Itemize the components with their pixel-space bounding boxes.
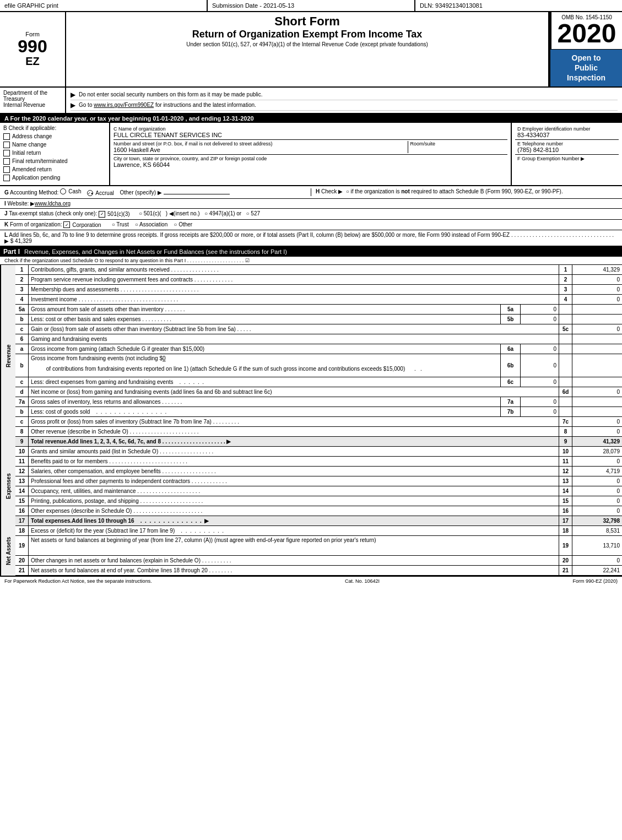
check-area: B Check if applicable: Address change Na… bbox=[0, 123, 622, 186]
row-21-desc: Net assets or fund balances at end of ye… bbox=[29, 566, 559, 575]
row-7b-midval: 0 bbox=[521, 407, 559, 416]
dept-division: Internal Revenue bbox=[3, 102, 62, 108]
tax-501c3-check[interactable]: ✓ bbox=[99, 211, 105, 218]
row-6c-num: c bbox=[15, 377, 29, 387]
check-item-amended: Amended return bbox=[3, 166, 106, 173]
revenue-label: Revenue bbox=[0, 265, 15, 447]
row-3: 3 Membership dues and assessments . . . … bbox=[15, 285, 622, 295]
row-13-amount: 0 bbox=[572, 476, 622, 486]
check-label-initial: Initial return bbox=[12, 150, 41, 156]
net-assets-section: Net Assets 18 Excess or (deficit) for th… bbox=[0, 526, 622, 576]
row-11-amount: 0 bbox=[572, 457, 622, 466]
row-6c-desc: Less: direct expenses from gaming and fu… bbox=[29, 377, 501, 387]
group-exemption-label: F Group Exemption Number ▶ bbox=[517, 156, 616, 161]
row-11-num: 11 bbox=[15, 457, 29, 466]
dln-text: DLN: 93492134013081 bbox=[420, 2, 483, 9]
city-value: Lawrence, KS 66044 bbox=[113, 161, 507, 168]
check-label-address: Address change bbox=[12, 133, 52, 139]
org-name-value: FULL CIRCLE TENANT SERVICES INC bbox=[113, 132, 507, 138]
row-7b-num: b bbox=[15, 407, 29, 416]
checkbox-initial[interactable] bbox=[3, 150, 10, 156]
check-item-pending: Application pending bbox=[3, 175, 106, 181]
accounting-method-block: G Accounting Method: Cash ✓ Accrual Othe… bbox=[4, 188, 311, 197]
phone-label: E Telephone number bbox=[517, 141, 616, 147]
footer-right: Form 990-EZ (2020) bbox=[572, 578, 618, 584]
checkbox-address[interactable] bbox=[3, 133, 10, 140]
revenue-section: Revenue 1 Contributions, gifts, grants, … bbox=[0, 265, 622, 447]
l-row: L Add lines 5b, 6c, and 7b to line 9 to … bbox=[0, 230, 622, 247]
row-13: 13 Professional fees and other payments … bbox=[15, 476, 622, 486]
row-5c-linenum: 5c bbox=[559, 324, 572, 334]
part-i-title-suffix: (see the instructions for Part I) bbox=[206, 248, 287, 255]
short-form-title: Short Form bbox=[71, 14, 544, 29]
row-6: 6 Gaming and fundraising events bbox=[15, 334, 622, 344]
k-label: K Form of organization: bbox=[4, 221, 63, 227]
l-text: L Add lines 5b, 6c, and 7b to line 9 to … bbox=[4, 232, 614, 244]
open-public-block: Open to Public Inspection bbox=[550, 50, 622, 86]
row-4-desc: Investment income . . . . . . . . . . . … bbox=[29, 295, 559, 304]
corp-check[interactable]: ✓ bbox=[63, 221, 70, 228]
row-11-desc: Benefits paid to or for members . . . . … bbox=[29, 457, 559, 466]
g-label: G Accounting Method: bbox=[4, 189, 60, 196]
row-3-linenum: 3 bbox=[559, 285, 572, 294]
row-5b-midval: 0 bbox=[521, 315, 559, 324]
cash-radio[interactable] bbox=[60, 188, 66, 194]
other-value[interactable] bbox=[164, 194, 230, 194]
year-number: 2020 bbox=[558, 20, 616, 47]
checkbox-amended[interactable] bbox=[3, 166, 10, 173]
check-item-address: Address change bbox=[3, 133, 106, 140]
part-i-header: Part I Revenue, Expenses, and Changes in… bbox=[0, 247, 622, 257]
ein-phone-block: D Employer identification number 83-4334… bbox=[512, 123, 622, 185]
row-6d-linenum: 6d bbox=[559, 387, 572, 397]
tax-4947-label: 4947(a)(1) or bbox=[209, 210, 241, 216]
open-line1: Open to bbox=[572, 53, 601, 63]
org-name-row: C Name of organization FULL CIRCLE TENAN… bbox=[113, 125, 507, 140]
accrual-label: Accrual bbox=[95, 190, 113, 196]
row-2-linenum: 2 bbox=[559, 275, 572, 284]
checkbox-pending[interactable] bbox=[3, 175, 10, 181]
row-6c-midval: 0 bbox=[521, 377, 559, 387]
form-ez: EZ bbox=[25, 55, 40, 68]
accrual-radio[interactable]: ✓ bbox=[87, 190, 93, 196]
website-row: I Website: ▶www.ldcha.org bbox=[0, 199, 622, 209]
row-15: 15 Printing, publications, postage, and … bbox=[15, 496, 622, 506]
row-17-total: 17 Total expenses. Add lines 10 through … bbox=[15, 516, 622, 526]
expenses-section: Expenses 10 Grants and similar amounts p… bbox=[0, 447, 622, 526]
checkbox-final[interactable] bbox=[3, 158, 10, 165]
corp-option: ✓ Corporation bbox=[63, 221, 101, 228]
row-7b-amount bbox=[572, 407, 622, 416]
row-5b-desc: Less: cost or other basis and sales expe… bbox=[29, 315, 501, 324]
ein-row: D Employer identification number 83-4334… bbox=[515, 125, 619, 140]
row-8-linenum: 8 bbox=[559, 427, 572, 436]
row-6c-linenum bbox=[559, 377, 572, 387]
row-7a-desc: Gross sales of inventory, less returns a… bbox=[29, 397, 501, 407]
row-5a: 5a Gross amount from sale of assets othe… bbox=[15, 305, 622, 315]
checkbox-name[interactable] bbox=[3, 142, 10, 148]
efile-label: efile GRAPHIC print bbox=[0, 0, 208, 11]
tax-label: J Tax-exempt status (check only one): bbox=[4, 210, 99, 216]
other-label: Other (specify) ▶ bbox=[120, 189, 229, 196]
row-11: 11 Benefits paid to or for members . . .… bbox=[15, 457, 622, 467]
row-5c-desc: Gain or (loss) from sale of assets other… bbox=[29, 324, 559, 334]
part-i-label: Part I bbox=[3, 248, 20, 256]
check-label-amended: Amended return bbox=[12, 166, 52, 172]
row-7a: 7a Gross sales of inventory, less return… bbox=[15, 397, 622, 407]
tax-sep3: ○ bbox=[243, 210, 251, 216]
row-17-amount: 32,798 bbox=[572, 516, 622, 525]
tax-row: J Tax-exempt status (check only one): ✓ … bbox=[0, 209, 622, 220]
row-5a-linenum bbox=[559, 305, 572, 314]
row-17-num: 17 bbox=[15, 516, 29, 525]
row-5c: c Gain or (loss) from sale of assets oth… bbox=[15, 324, 622, 334]
check-label-name: Name change bbox=[12, 142, 46, 148]
row-6a-midlabel: 6a bbox=[501, 344, 521, 354]
check-item-initial: Initial return bbox=[3, 150, 106, 156]
row-18-amount: 8,531 bbox=[572, 526, 622, 535]
instructions-block: ▶ Do not enter social security numbers o… bbox=[66, 88, 622, 113]
row-6-amount bbox=[572, 334, 622, 344]
row-5a-desc: Gross amount from sale of assets other t… bbox=[29, 305, 501, 314]
row-13-linenum: 13 bbox=[559, 476, 572, 486]
revenue-rows: 1 Contributions, gifts, grants, and simi… bbox=[15, 265, 622, 447]
org-details-block: C Name of organization FULL CIRCLE TENAN… bbox=[110, 123, 512, 185]
tax-501c-label: 501(c)( ) ◀(insert no.) bbox=[144, 210, 200, 216]
form-number: 990 bbox=[18, 37, 47, 55]
